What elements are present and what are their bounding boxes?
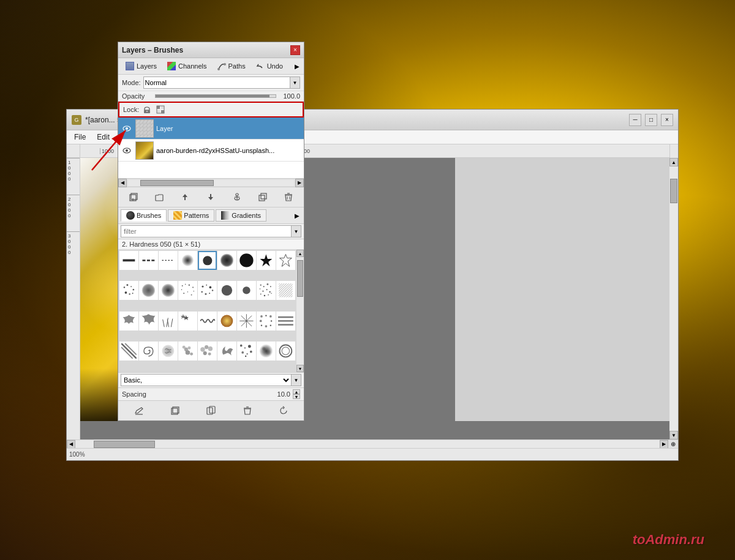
brush-filter-dropdown[interactable]: ▼ — [292, 225, 301, 237]
scroll-track-h[interactable] — [75, 440, 660, 448]
brush-cell-stripe[interactable] — [276, 312, 295, 330]
brush-scroll-thumb[interactable] — [297, 260, 303, 297]
brush-cell-snow1[interactable] — [237, 312, 256, 330]
brush-scroll-down[interactable]: ▼ — [296, 365, 304, 372]
duplicate-layer-button[interactable] — [255, 190, 270, 204]
brush-cell-leaves[interactable] — [217, 342, 236, 360]
brush-cell-smoke2[interactable] — [198, 342, 217, 360]
brushes-tab-menu-button[interactable]: ▶ — [293, 211, 301, 220]
layers-scroll-track[interactable] — [128, 180, 294, 186]
tab-paths[interactable]: Paths — [213, 59, 250, 73]
brush-filter-input[interactable] — [121, 225, 292, 237]
panel-close-button[interactable]: × — [290, 45, 300, 55]
spacing-decrement[interactable]: ▼ — [293, 394, 300, 399]
svg-point-90 — [265, 325, 268, 327]
edit-brush-button[interactable] — [132, 403, 146, 418]
brush-cell-hardness050[interactable] — [198, 251, 217, 270]
brush-cell-star-outline[interactable] — [276, 251, 295, 270]
brush-cell-scatter3[interactable] — [198, 281, 217, 300]
layers-scroll-right[interactable]: ▶ — [295, 179, 304, 187]
anchor-layer-button[interactable] — [230, 190, 244, 204]
brush-grid-scrollbar[interactable]: ▲ ▼ — [296, 250, 304, 372]
brush-cell-circle-small[interactable] — [237, 281, 256, 300]
undo-tab-icon — [255, 61, 265, 71]
new-layer-button[interactable] — [126, 190, 141, 204]
brush-cell-wave[interactable] — [198, 312, 217, 330]
brush-cell-dash2[interactable] — [139, 251, 158, 270]
brush-cell-gold-circle[interactable] — [217, 312, 236, 330]
brush-category-select[interactable]: Basic, — [121, 374, 292, 386]
delete-brush-button[interactable] — [240, 403, 255, 418]
brush-cell-fuzzy1[interactable] — [139, 281, 158, 300]
brush-cell-diagonal[interactable] — [119, 342, 138, 360]
brush-filter-row: ▼ — [118, 224, 304, 239]
brush-cell-splat2[interactable] — [139, 312, 158, 330]
scroll-up-arrow[interactable]: ▲ — [669, 158, 678, 166]
brush-cell-scatter-medium[interactable] — [237, 342, 256, 360]
brush-cell-circle-medium[interactable] — [217, 281, 236, 300]
brush-cell-dash1[interactable] — [119, 251, 138, 270]
tab-channels[interactable]: Channels — [162, 59, 211, 73]
opacity-slider[interactable] — [155, 94, 276, 98]
brush-cell-round-outline[interactable] — [276, 342, 295, 360]
svg-point-3 — [146, 111, 148, 112]
brush-cell-grass[interactable] — [159, 312, 178, 330]
tab-layers[interactable]: Layers — [121, 59, 161, 73]
brush-cell-circle-filled[interactable] — [237, 251, 256, 270]
brush-cell-charcoal[interactable] — [257, 342, 276, 360]
spacing-increment[interactable]: ▲ — [293, 389, 300, 394]
brush-cell-smoke1[interactable] — [178, 342, 197, 360]
scroll-left-arrow[interactable]: ◀ — [67, 440, 75, 449]
tab-undo[interactable]: Undo — [251, 59, 287, 73]
brush-cell-dots-scattered[interactable] — [119, 281, 138, 300]
minimize-button[interactable]: ─ — [629, 114, 641, 126]
move-layer-up-button[interactable] — [178, 190, 192, 204]
brush-cell-dash3[interactable] — [159, 251, 178, 270]
brush-cell-snow2[interactable] — [257, 312, 276, 330]
move-layer-down-button[interactable] — [203, 190, 218, 204]
delete-layer-button[interactable] — [281, 190, 296, 204]
brushes-icon — [126, 211, 135, 220]
close-button[interactable]: × — [661, 114, 673, 126]
brush-cell-texture-organic[interactable] — [159, 342, 178, 360]
spacing-spinner[interactable]: ▲ ▼ — [293, 389, 300, 399]
brush-scroll-up[interactable]: ▲ — [296, 250, 304, 257]
scroll-thumb-v[interactable] — [670, 179, 677, 203]
brush-category-arrow[interactable]: ▼ — [292, 374, 301, 386]
brush-cell-texture2[interactable] — [276, 281, 295, 300]
layer-row-photo[interactable]: aaron-burden-rd2yxHSSatU-unsplash... — [118, 140, 304, 162]
brush-cell-spiral[interactable] — [139, 342, 158, 360]
brush-cell-fuzzy2[interactable] — [159, 281, 178, 300]
layers-horizontal-scrollbar[interactable]: ◀ ▶ — [118, 179, 304, 187]
new-brush-button[interactable] — [168, 403, 183, 418]
scroll-thumb-h[interactable] — [94, 441, 155, 448]
brush-cell-round-soft[interactable] — [178, 251, 197, 270]
layers-scroll-thumb[interactable] — [140, 180, 214, 186]
svg-line-78 — [171, 318, 172, 327]
brush-cell-soft-dark[interactable] — [217, 251, 236, 270]
vertical-scrollbar[interactable]: ▲ ▼ — [669, 158, 678, 439]
panel-tab-menu-button[interactable]: ▶ — [293, 62, 301, 70]
mode-select[interactable]: Normal — [143, 77, 290, 89]
maximize-button[interactable]: □ — [645, 114, 657, 126]
scroll-track-v[interactable] — [669, 166, 678, 431]
brush-cell-scatter2[interactable] — [178, 281, 197, 300]
brush-cell-stars-pattern[interactable] — [178, 312, 197, 330]
tab-patterns[interactable]: Patterns — [168, 209, 214, 222]
tab-gradients[interactable]: Gradients — [216, 209, 266, 222]
layer-row-layer[interactable]: Layer — [118, 118, 304, 140]
refresh-brushes-button[interactable] — [276, 403, 291, 418]
brush-scroll-track[interactable] — [296, 257, 304, 365]
lock-checker-button[interactable] — [155, 104, 166, 115]
scroll-down-arrow[interactable]: ▼ — [669, 431, 678, 439]
duplicate-brush-button[interactable] — [204, 403, 219, 418]
tab-brushes[interactable]: Brushes — [121, 209, 167, 222]
scroll-right-arrow[interactable]: ▶ — [660, 440, 668, 449]
brush-cell-star[interactable] — [257, 251, 276, 270]
brush-cell-splat1[interactable] — [119, 312, 138, 330]
open-layer-button[interactable] — [152, 190, 167, 204]
lock-brush-button[interactable] — [141, 104, 153, 115]
layers-scroll-left[interactable]: ◀ — [118, 179, 127, 187]
mode-dropdown-arrow[interactable]: ▼ — [290, 77, 300, 89]
brush-cell-texture1[interactable] — [257, 281, 276, 300]
